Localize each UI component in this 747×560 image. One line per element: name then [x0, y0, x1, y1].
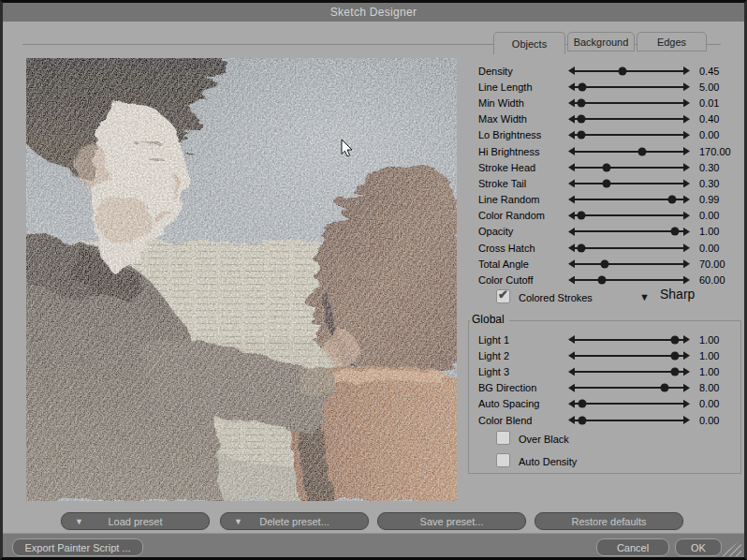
density-slider[interactable] — [568, 66, 690, 77]
load-preset-button[interactable]: ▼ Load preset — [61, 512, 210, 530]
slider-track[interactable] — [575, 420, 683, 421]
slider-right-arrow-icon[interactable] — [683, 163, 690, 171]
slider-right-arrow-icon[interactable] — [683, 400, 690, 408]
slider-thumb[interactable] — [661, 384, 669, 392]
title-bar[interactable]: Sketch Designer — [3, 3, 744, 22]
slider-right-arrow-icon[interactable] — [683, 351, 690, 360]
tab-edges[interactable]: Edges — [637, 32, 707, 52]
cancel-button[interactable]: Cancel — [596, 538, 669, 556]
tab-background[interactable]: Background — [567, 32, 635, 52]
slider-thumb[interactable] — [670, 351, 679, 360]
slider-track[interactable] — [575, 403, 683, 405]
slider-thumb[interactable] — [577, 243, 585, 252]
slider-right-arrow-icon[interactable] — [683, 82, 690, 91]
slider-left-arrow-icon[interactable] — [568, 131, 575, 140]
slider-left-arrow-icon[interactable] — [568, 147, 575, 155]
max-width-slider[interactable] — [568, 113, 690, 125]
slider-right-arrow-icon[interactable] — [683, 212, 690, 220]
slider-thumb[interactable] — [601, 259, 609, 268]
slider-thumb[interactable] — [602, 179, 610, 187]
dropdown-arrow-icon[interactable]: ▼ — [75, 517, 83, 526]
slider-track[interactable] — [575, 86, 683, 88]
line-length-slider[interactable] — [568, 81, 690, 93]
slider-left-arrow-icon[interactable] — [568, 115, 575, 124]
slider-thumb[interactable] — [577, 212, 585, 220]
slider-track[interactable] — [575, 70, 683, 72]
slider-thumb[interactable] — [668, 196, 677, 204]
slider-track[interactable] — [575, 199, 683, 200]
over-black-checkbox[interactable]: ✔ — [496, 431, 510, 445]
slider-left-arrow-icon[interactable] — [568, 163, 575, 171]
hi-brightness-slider[interactable] — [568, 146, 690, 157]
min-width-slider[interactable] — [568, 97, 690, 109]
slider-thumb[interactable] — [598, 276, 607, 285]
slider-left-arrow-icon[interactable] — [568, 212, 575, 220]
total-angle-slider[interactable] — [568, 258, 690, 270]
light-3-slider[interactable] — [568, 366, 690, 377]
slider-track[interactable] — [575, 263, 683, 265]
slider-right-arrow-icon[interactable] — [683, 276, 690, 285]
slider-track[interactable] — [575, 167, 683, 169]
slider-right-arrow-icon[interactable] — [683, 66, 690, 75]
opacity-slider[interactable] — [568, 226, 690, 237]
color-cutoff-slider[interactable] — [568, 274, 690, 286]
restore-defaults-button[interactable]: Restore defaults — [535, 512, 683, 530]
slider-track[interactable] — [575, 151, 683, 153]
slider-track[interactable] — [575, 214, 683, 216]
slider-left-arrow-icon[interactable] — [568, 196, 575, 204]
slider-left-arrow-icon[interactable] — [568, 400, 575, 408]
export-painter-script-button[interactable]: Export Painter Script ... — [12, 538, 143, 556]
slider-left-arrow-icon[interactable] — [568, 82, 575, 91]
slider-track[interactable] — [575, 118, 683, 120]
slider-left-arrow-icon[interactable] — [568, 351, 575, 360]
color-blend-slider[interactable] — [568, 415, 690, 426]
slider-left-arrow-icon[interactable] — [568, 416, 575, 424]
slider-left-arrow-icon[interactable] — [568, 98, 575, 107]
slider-right-arrow-icon[interactable] — [683, 228, 690, 236]
slider-track[interactable] — [575, 371, 683, 373]
slider-right-arrow-icon[interactable] — [683, 367, 690, 376]
slider-left-arrow-icon[interactable] — [568, 66, 575, 75]
slider-thumb[interactable] — [602, 163, 610, 171]
lo-brightness-slider[interactable] — [568, 129, 690, 140]
slider-thumb[interactable] — [619, 66, 627, 75]
slider-track[interactable] — [575, 339, 683, 341]
sharpness-dropdown-value[interactable]: Sharp — [660, 287, 695, 302]
slider-thumb[interactable] — [577, 98, 585, 107]
slider-right-arrow-icon[interactable] — [683, 115, 690, 124]
colored-strokes-checkbox[interactable]: ✔ — [496, 289, 510, 303]
tab-objects[interactable]: Objects — [493, 32, 565, 54]
slider-right-arrow-icon[interactable] — [683, 335, 690, 344]
line-random-slider[interactable] — [568, 194, 690, 205]
ok-button[interactable]: OK — [675, 538, 722, 556]
slider-thumb[interactable] — [637, 147, 646, 155]
slider-right-arrow-icon[interactable] — [683, 196, 690, 204]
slider-thumb[interactable] — [577, 131, 585, 140]
slider-left-arrow-icon[interactable] — [568, 276, 575, 285]
slider-track[interactable] — [575, 102, 683, 104]
slider-thumb[interactable] — [670, 335, 679, 344]
slider-right-arrow-icon[interactable] — [683, 147, 690, 155]
slider-right-arrow-icon[interactable] — [683, 243, 690, 252]
slider-left-arrow-icon[interactable] — [568, 228, 575, 236]
slider-thumb[interactable] — [579, 416, 587, 424]
slider-track[interactable] — [575, 279, 683, 281]
slider-thumb[interactable] — [670, 228, 679, 236]
dropdown-arrow-icon[interactable]: ▼ — [234, 517, 242, 526]
slider-right-arrow-icon[interactable] — [683, 259, 690, 268]
color-random-slider[interactable] — [568, 210, 690, 221]
slider-left-arrow-icon[interactable] — [568, 335, 575, 344]
slider-left-arrow-icon[interactable] — [568, 384, 575, 392]
light-1-slider[interactable] — [568, 334, 690, 346]
slider-left-arrow-icon[interactable] — [568, 367, 575, 376]
cross-hatch-slider[interactable] — [568, 243, 690, 254]
resize-grip[interactable] — [721, 539, 741, 556]
delete-preset-button[interactable]: ▼ Delete preset... — [220, 512, 369, 530]
light-2-slider[interactable] — [568, 350, 690, 361]
slider-thumb[interactable] — [577, 115, 585, 124]
auto-spacing-slider[interactable] — [568, 398, 690, 409]
bg-direction-slider[interactable] — [568, 382, 690, 393]
slider-left-arrow-icon[interactable] — [568, 259, 575, 268]
slider-left-arrow-icon[interactable] — [568, 243, 575, 252]
stroke-head-slider[interactable] — [568, 162, 690, 173]
